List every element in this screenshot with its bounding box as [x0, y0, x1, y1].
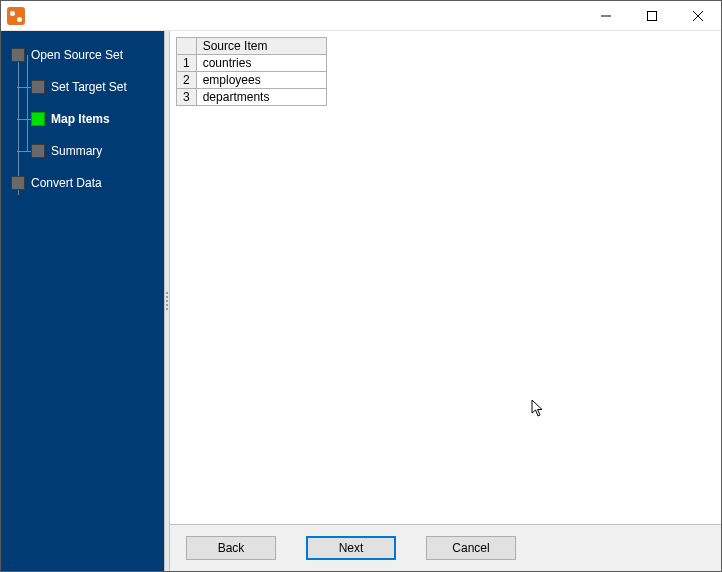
- step-label: Map Items: [51, 112, 110, 126]
- table-row[interactable]: 2 employees: [177, 72, 327, 89]
- button-bar: Back Next Cancel: [170, 525, 721, 571]
- titlebar: [1, 1, 721, 31]
- step-open-source-set[interactable]: Open Source Set: [11, 41, 164, 69]
- maximize-button[interactable]: [629, 1, 675, 31]
- step-marker-icon: [11, 48, 25, 62]
- source-items-table[interactable]: Source Item 1 countries 2 employees: [176, 37, 327, 106]
- table-row[interactable]: 3 departments: [177, 89, 327, 106]
- step-marker-icon: [31, 80, 45, 94]
- back-button[interactable]: Back: [186, 536, 276, 560]
- wizard-window: Open Source Set Set Target Set Map Items…: [0, 0, 722, 572]
- minimize-button[interactable]: [583, 1, 629, 31]
- step-label: Open Source Set: [31, 48, 123, 62]
- cell-source-item[interactable]: departments: [196, 89, 326, 106]
- body-area: Open Source Set Set Target Set Map Items…: [1, 31, 721, 571]
- cell-source-item[interactable]: employees: [196, 72, 326, 89]
- wizard-steps-sidebar: Open Source Set Set Target Set Map Items…: [1, 31, 164, 571]
- row-number[interactable]: 1: [177, 55, 197, 72]
- step-marker-icon: [31, 112, 45, 126]
- step-marker-icon: [31, 144, 45, 158]
- row-number[interactable]: 2: [177, 72, 197, 89]
- next-button[interactable]: Next: [306, 536, 396, 560]
- splitter-grip-icon: [166, 292, 168, 310]
- cancel-button[interactable]: Cancel: [426, 536, 516, 560]
- table-corner[interactable]: [177, 38, 197, 55]
- window-controls: [583, 1, 721, 31]
- step-map-items[interactable]: Map Items: [11, 105, 164, 133]
- step-convert-data[interactable]: Convert Data: [11, 169, 164, 197]
- step-label: Convert Data: [31, 176, 102, 190]
- row-number[interactable]: 3: [177, 89, 197, 106]
- cell-source-item[interactable]: countries: [196, 55, 326, 72]
- step-label: Set Target Set: [51, 80, 127, 94]
- main-panel: Source Item 1 countries 2 employees: [170, 31, 721, 571]
- close-button[interactable]: [675, 1, 721, 31]
- column-header-source-item[interactable]: Source Item: [196, 38, 326, 55]
- step-marker-icon: [11, 176, 25, 190]
- step-label: Summary: [51, 144, 102, 158]
- step-summary[interactable]: Summary: [11, 137, 164, 165]
- step-set-target-set[interactable]: Set Target Set: [11, 73, 164, 101]
- svg-rect-1: [648, 11, 657, 20]
- content-area: Source Item 1 countries 2 employees: [170, 31, 721, 525]
- table-row[interactable]: 1 countries: [177, 55, 327, 72]
- app-icon: [7, 7, 25, 25]
